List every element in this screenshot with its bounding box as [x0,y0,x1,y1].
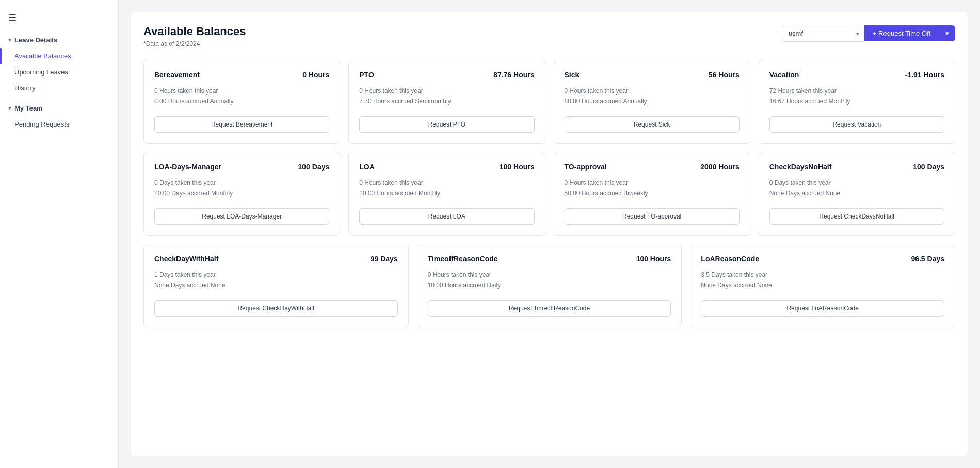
request-time-off-dropdown-button[interactable]: ▾ [939,25,955,41]
card-title: TO-approval [565,163,607,171]
card-title: LOA-Days-Manager [154,163,221,171]
sidebar-item-upcoming-leaves[interactable]: Upcoming Leaves [0,64,118,80]
card-request-button[interactable]: Request CheckDayWithHalf [154,300,398,317]
page-title: Available Balances [143,25,246,38]
card-balance: 96.5 Days [911,255,944,263]
card-stat-1: 0 Hours taken this year [154,87,329,95]
card-header: LOA 100 Hours [359,163,534,171]
card-row3-1: TimeoffReasonCode 100 Hours 0 Hours take… [417,244,682,327]
menu-icon[interactable]: ☰ [0,8,118,32]
card-stat-2: 10.00 Hours accrued Daily [428,282,671,289]
chevron-icon-team: ▾ [8,105,11,112]
card-row2-0: LOA-Days-Manager 100 Days 0 Days taken t… [143,152,340,236]
card-request-button[interactable]: Request LOA [359,208,534,225]
card-title: CheckDaysNoHalf [769,163,832,171]
card-balance: 99 Days [371,255,398,263]
card-stat-2: 20.00 Days accrued Monthly [154,190,329,197]
title-group: Available Balances *Data as of 2/2/2024 [143,25,246,48]
card-request-button[interactable]: Request TimeoffReasonCode [428,300,671,317]
card-request-button[interactable]: Request TO-approval [565,208,740,225]
sidebar-item-history[interactable]: History [0,80,118,96]
card-title: LoAReasonCode [701,255,759,263]
card-stat-1: 1 Days taken this year [154,271,398,278]
card-stat-2: 7.70 Hours accrued Semimonthly [359,98,534,105]
card-stat-1: 0 Hours taken this year [359,87,534,95]
card-request-button[interactable]: Request Sick [565,116,740,133]
card-stat-2: 80.00 Hours accrued Annually [565,98,740,105]
card-request-button[interactable]: Request LOA-Days-Manager [154,208,329,225]
header-actions: usmf + Request Time Off ▾ [782,25,955,42]
card-header: LoAReasonCode 96.5 Days [701,255,944,263]
card-request-button[interactable]: Request PTO [359,116,534,133]
card-row1-3: Vacation -1.91 Hours 72 Hours taken this… [759,60,955,144]
data-date: *Data as of 2/2/2024 [143,40,246,48]
card-title: CheckDayWithHalf [154,255,218,263]
card-stat-2: 0.00 Hours accrued Annually [154,98,329,105]
chevron-icon: ▾ [8,37,11,43]
card-title: PTO [359,71,374,79]
user-select[interactable]: usmf [782,25,864,42]
leave-details-label: Leave Details [14,36,57,44]
sidebar-item-pending-requests[interactable]: Pending Requests [0,116,118,132]
card-stat-2: 16.67 Hours accrued Monthly [769,98,944,105]
card-row2-1: LOA 100 Hours 0 Hours taken this year 20… [348,152,545,236]
card-balance: 100 Hours [500,163,535,171]
my-team-section[interactable]: ▾ My Team [0,100,118,116]
card-row1-0: Bereavement 0 Hours 0 Hours taken this y… [143,60,340,144]
main-content: Available Balances *Data as of 2/2/2024 … [119,0,980,468]
card-request-button[interactable]: Request CheckDaysNoHalf [769,208,944,225]
card-header: PTO 87.76 Hours [359,71,534,79]
card-title: Vacation [769,71,799,79]
card-stat-1: 0 Hours taken this year [359,179,534,186]
card-balance: 100 Days [298,163,330,171]
card-row3-2: LoAReasonCode 96.5 Days 3.5 Days taken t… [690,244,955,327]
sidebar: ☰ ▾ Leave Details Available Balances Upc… [0,0,119,468]
card-header: CheckDaysNoHalf 100 Days [769,163,944,171]
card-stat-1: 3.5 Days taken this year [701,271,944,278]
card-header: CheckDayWithHalf 99 Days [154,255,398,263]
card-row1-1: PTO 87.76 Hours 0 Hours taken this year … [348,60,545,144]
card-stat-2: None Days accrued None [769,190,944,197]
card-row2-3: CheckDaysNoHalf 100 Days 0 Days taken th… [759,152,955,236]
user-select-wrapper[interactable]: usmf [782,25,864,42]
card-header: TO-approval 2000 Hours [565,163,740,171]
card-row3-0: CheckDayWithHalf 99 Days 1 Days taken th… [143,244,409,327]
card-title: TimeoffReasonCode [428,255,498,263]
card-request-button[interactable]: Request LoAReasonCode [701,300,944,317]
card-row1-2: Sick 56 Hours 0 Hours taken this year 80… [554,60,750,144]
card-stat-2: 50.00 Hours accrued Biweekly [565,190,740,197]
card-stat-1: 0 Hours taken this year [565,179,740,186]
card-balance: 87.76 Hours [493,71,534,79]
card-title: Sick [565,71,580,79]
request-time-off-button[interactable]: + Request Time Off [864,25,939,41]
card-balance: 56 Hours [709,71,740,79]
card-request-button[interactable]: Request Bereavement [154,116,329,133]
card-balance: 0 Hours [302,71,329,79]
card-stat-2: None Days accrued None [154,282,398,289]
leave-details-section[interactable]: ▾ Leave Details [0,32,118,48]
card-header: LOA-Days-Manager 100 Days [154,163,329,171]
card-stat-1: 0 Days taken this year [769,179,944,186]
cards-row-3: CheckDayWithHalf 99 Days 1 Days taken th… [143,244,955,327]
card-balance: 100 Hours [636,255,671,263]
cards-row-1: Bereavement 0 Hours 0 Hours taken this y… [143,60,955,144]
card-balance: -1.91 Hours [905,71,944,79]
card-header: Vacation -1.91 Hours [769,71,944,79]
card-balance: 100 Days [913,163,944,171]
card-row2-2: TO-approval 2000 Hours 0 Hours taken thi… [554,152,750,236]
card-stat-2: None Days accrued None [701,282,944,289]
card-stat-1: 0 Hours taken this year [428,271,671,278]
card-header: Bereavement 0 Hours [154,71,329,79]
card-header: Sick 56 Hours [565,71,740,79]
sidebar-item-available-balances[interactable]: Available Balances [0,48,118,64]
card-balance: 2000 Hours [700,163,739,171]
card-request-button[interactable]: Request Vacation [769,116,944,133]
card-stat-1: 0 Hours taken this year [565,87,740,95]
card-stat-1: 0 Days taken this year [154,179,329,186]
page-header: Available Balances *Data as of 2/2/2024 … [143,25,955,48]
cards-row-2: LOA-Days-Manager 100 Days 0 Days taken t… [143,152,955,236]
card-title: LOA [359,163,375,171]
card-header: TimeoffReasonCode 100 Hours [428,255,671,263]
my-team-label: My Team [14,104,43,112]
card-title: Bereavement [154,71,200,79]
